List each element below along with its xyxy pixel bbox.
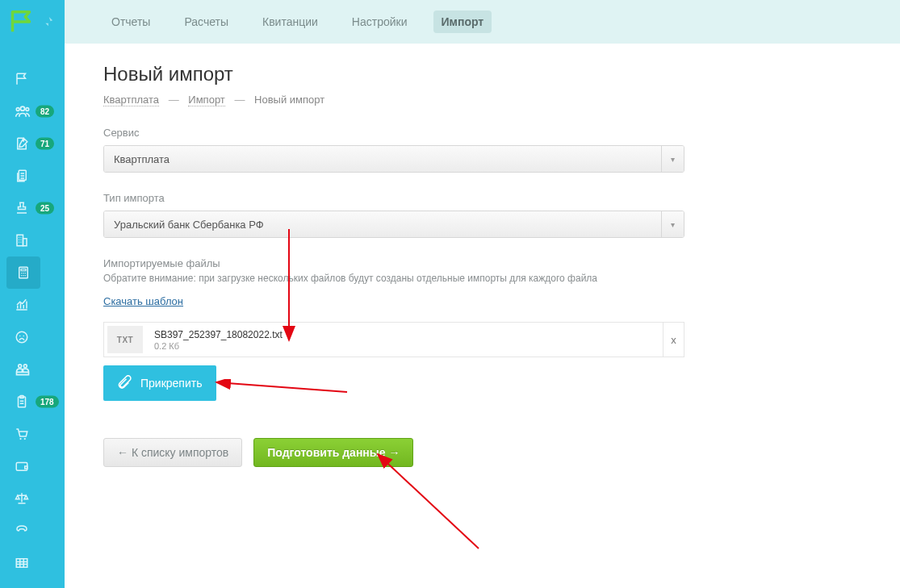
import-type-label: Тип импорта [103,192,861,204]
badge: 82 [36,106,54,118]
sidebar-item-table[interactable] [0,547,65,579]
prepare-data-button[interactable]: Подготовить данные → [253,438,413,467]
file-size: 0.2 Кб [154,341,663,351]
sidebar-item-chart[interactable] [0,289,65,321]
svg-point-12 [23,275,24,277]
svg-point-1 [16,108,19,111]
chevron-down-icon: ▾ [661,146,684,172]
back-button[interactable]: ← К списку импортов [103,438,242,467]
sidebar-item-sad[interactable] [0,321,65,353]
svg-point-9 [23,273,24,274]
documents-icon [15,169,29,183]
sidebar-item-stamp[interactable]: 25 [0,192,65,224]
sidebar-item-docs[interactable] [0,160,65,192]
breadcrumb-root[interactable]: Квартплата [103,94,159,106]
download-template-link[interactable]: Скачать шаблон [103,295,183,307]
sad-face-icon [15,330,29,344]
sidebar-item-calculator[interactable] [6,256,40,289]
badge: 178 [36,396,59,408]
file-remove-button[interactable]: x [663,323,684,357]
service-label: Сервис [103,127,861,139]
sidebar-item-scales[interactable] [0,482,65,515]
action-row: ← К списку импортов Подготовить данные → [103,438,861,467]
tab-reports[interactable]: Отчеты [103,10,158,33]
svg-point-14 [16,332,27,343]
breadcrumb-sep: — [169,94,179,106]
svg-point-21 [19,438,21,440]
svg-point-0 [21,106,25,111]
tab-calc[interactable]: Расчеты [176,10,237,33]
wallet-icon [15,459,29,473]
tab-receipts[interactable]: Квитанции [254,10,326,33]
svg-point-10 [25,273,27,274]
table-icon [15,556,29,570]
tab-settings[interactable]: Настройки [344,10,416,33]
svg-point-8 [21,273,23,274]
group-icon [15,362,31,377]
main-content: Новый импорт Квартплата — Импорт — Новый… [65,44,900,588]
sidebar-header [0,0,65,44]
phone-icon [15,523,29,538]
file-row: TXT SB397_252397_18082022.txt 0.2 Кб x [103,322,684,357]
import-type-select[interactable]: Уральский банк Сбербанка РФ ▾ [103,211,684,238]
app-logo-icon [10,10,32,33]
svg-point-15 [19,336,21,337]
calculator-icon [16,265,31,280]
sidebar-item-wallet[interactable] [0,450,65,482]
people-icon [15,104,31,119]
svg-rect-4 [17,235,23,246]
scales-icon [15,491,29,506]
pin-icon[interactable] [42,16,53,27]
sidebar-item-flag[interactable] [0,63,65,95]
sidebar-item-phone[interactable] [0,515,65,547]
files-label: Импортируемые файлы [103,257,861,269]
sidebar-item-calculator-wrap [0,256,65,289]
file-ext-badge: TXT [107,326,143,353]
chart-up-icon [15,298,29,312]
breadcrumb-mid[interactable]: Импорт [188,94,224,106]
edit-doc-icon [15,136,29,151]
sidebar: 82 71 25 17 [0,0,65,588]
attach-button[interactable]: Прикрепить [103,365,216,401]
chevron-down-icon: ▾ [661,211,684,237]
badge: 25 [36,202,54,215]
clipboard-icon [15,394,29,409]
file-info: SB397_252397_18082022.txt 0.2 Кб [146,323,663,357]
page-title: Новый импорт [103,63,861,85]
topbar: Отчеты Расчеты Квитанции Настройки Импор… [65,0,900,44]
svg-rect-7 [21,269,26,271]
svg-point-2 [26,108,29,111]
tab-import[interactable]: Импорт [433,10,492,33]
breadcrumb: Квартплата — Импорт — Новый импорт [103,94,861,106]
svg-rect-24 [16,559,27,568]
stamp-icon [15,201,29,215]
attach-label: Прикрепить [140,377,202,390]
svg-point-13 [25,275,27,277]
file-name: SB397_252397_18082022.txt [154,329,663,340]
cart-icon [15,427,29,441]
sidebar-item-cart[interactable] [0,418,65,450]
sidebar-item-edit[interactable]: 71 [0,127,65,160]
flag-icon [15,72,29,86]
service-select[interactable]: Квартплата ▾ [103,145,684,173]
svg-point-11 [21,275,23,277]
building-icon [15,233,29,248]
svg-rect-5 [23,239,27,246]
breadcrumb-current: Новый импорт [254,94,324,106]
service-value: Квартплата [104,146,661,172]
sidebar-item-group[interactable] [0,353,65,386]
sidebar-item-people[interactable]: 82 [0,95,65,127]
svg-point-16 [23,336,25,337]
paperclip-icon [118,375,132,391]
import-type-value: Уральский банк Сбербанка РФ [104,211,661,237]
svg-point-22 [24,438,26,440]
sidebar-item-building[interactable] [0,224,65,256]
breadcrumb-sep: — [234,94,245,106]
sidebar-item-clipboard[interactable]: 178 [0,386,65,418]
files-hint: Обратите внимание: при загрузке нескольк… [103,273,861,284]
svg-point-17 [19,365,22,368]
svg-point-18 [23,365,27,368]
badge: 71 [36,138,54,150]
